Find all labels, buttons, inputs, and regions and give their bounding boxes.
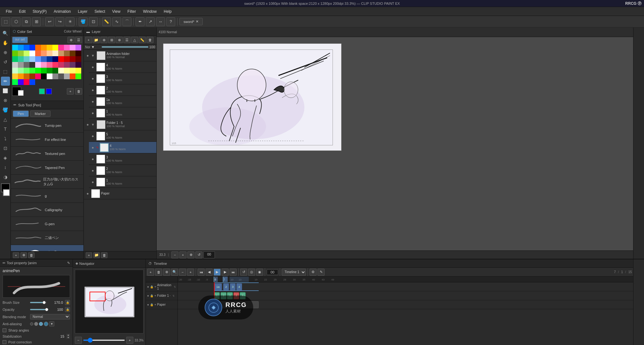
tool-operation[interactable]: ↕ [1, 163, 10, 172]
tp-stabilize-up[interactable]: ▲ [67, 334, 70, 336]
brush-custom-g[interactable]: 圧力が強い大切のカスタムG [11, 175, 83, 189]
tool-crop[interactable]: ⊞ [32, 17, 41, 26]
color-swatch-item[interactable] [58, 56, 64, 62]
color-swatch-item[interactable] [24, 56, 29, 62]
color-swatch-item[interactable] [35, 56, 41, 62]
tool-eraser[interactable]: ⬜ [1, 86, 10, 95]
layer-visibility-toggle[interactable]: ● [90, 134, 95, 139]
layer-expand[interactable]: ▼ [91, 123, 96, 126]
layer-visibility-toggle[interactable]: ● [90, 111, 95, 116]
tp-opacity-handle[interactable] [45, 308, 48, 311]
tool-fill[interactable]: 🪣 [1, 105, 10, 114]
tl-lock-folder1[interactable]: 🔒 [150, 294, 153, 297]
color-swatch-item[interactable] [35, 50, 41, 56]
tp-brushsize-slider[interactable] [30, 302, 47, 303]
color-swatch-item[interactable] [29, 79, 35, 85]
tool-color-mix[interactable]: ◑ [1, 172, 10, 181]
color-swatch-item[interactable] [64, 73, 70, 79]
tl-play-btn[interactable]: ▶ [214, 269, 221, 276]
layer-item[interactable]: ● 3 100 % Norm [89, 73, 156, 84]
color-swatch-item[interactable] [35, 62, 41, 68]
color-swatch-item[interactable] [24, 79, 29, 85]
menu-layer[interactable]: Layer [75, 8, 90, 15]
layer-mask[interactable]: ☰ [123, 37, 130, 43]
tp-sharp-checkbox[interactable] [3, 328, 6, 332]
tl-onionskin2-btn[interactable]: ◉ [256, 269, 263, 276]
color-swatch-item[interactable] [24, 68, 29, 73]
color-swatch-item[interactable] [41, 62, 47, 68]
layer-item-selected[interactable]: ● ✎ 4 100 % Norm [89, 142, 156, 153]
layer-visibility-toggle[interactable]: ● [85, 191, 90, 196]
tool-correction[interactable]: ⤵ [1, 134, 10, 143]
color-swatch-item[interactable] [41, 45, 47, 50]
color-swatch-item[interactable] [58, 73, 64, 79]
tool-select[interactable]: ⬡ [12, 17, 20, 26]
tool-lasso2[interactable]: ⬚ [1, 67, 10, 76]
tl-zoom-btn[interactable]: 🔍 [171, 269, 178, 276]
layer-item-paper[interactable]: ● Paper [84, 188, 156, 199]
zoom-in-btn[interactable]: + [179, 251, 186, 258]
tp-opacity-slider[interactable] [30, 309, 47, 310]
nav-zoom-slider[interactable] [83, 340, 125, 341]
tp-postcorrect-checkbox[interactable] [3, 340, 6, 344]
brush-gpen[interactable]: G-pen [11, 217, 83, 231]
layer-visibility-toggle[interactable]: ● [85, 122, 90, 127]
color-swatch-item[interactable] [12, 50, 18, 56]
color-swatch-item[interactable] [47, 56, 52, 62]
color-swatch-item[interactable] [24, 62, 29, 68]
color-swatch-item[interactable] [29, 50, 35, 56]
tl-forward-btn[interactable]: ⏭ [230, 269, 237, 276]
menu-view[interactable]: View [109, 8, 124, 15]
tl-lock-anim1[interactable]: 🔒 [150, 285, 153, 288]
color-swatch-item[interactable] [52, 56, 58, 62]
brush-animepen[interactable]: animePen [11, 245, 83, 251]
tl-copy-btn[interactable]: ⊕ [163, 269, 170, 276]
color-swatch-item[interactable] [18, 50, 24, 56]
color-swatch-item[interactable] [18, 56, 24, 62]
nav-zoom-in[interactable]: + [126, 337, 133, 344]
tl-vis-folder1[interactable]: ● [147, 294, 149, 297]
layer-folder-btn[interactable]: 📁 [93, 252, 100, 258]
color-swatch-item[interactable] [64, 50, 70, 56]
tl-cell[interactable]: 4 [236, 283, 242, 290]
tl-delete-btn[interactable]: 🗑 [155, 269, 162, 276]
layer-visibility-toggle[interactable]: ● [90, 99, 95, 104]
brush-turnip-pen[interactable]: Turnip pen [11, 119, 83, 133]
layer-ruler[interactable]: 📏 [139, 37, 146, 43]
tl-zoomin-btn[interactable]: + [187, 269, 194, 276]
layer-item[interactable]: ● 1 100 % Norm [89, 107, 156, 119]
sub-tool-add[interactable]: + [13, 252, 19, 258]
layer-visibility-toggle[interactable]: ● [90, 76, 95, 81]
tool-interpolate[interactable]: ✳ [66, 17, 75, 26]
color-swatch-item[interactable] [29, 68, 35, 73]
color-set-tab-ourset[interactable]: our set [12, 37, 28, 43]
tool-eyedropper[interactable]: ⊕ [1, 48, 10, 57]
tl-zoomout-btn[interactable]: − [179, 269, 186, 276]
tp-stabilize-down[interactable]: ▼ [67, 336, 70, 339]
tp-opacity-lock[interactable]: 🔒 [65, 307, 70, 312]
color-swatch-item[interactable] [18, 62, 24, 68]
tool-rotate[interactable]: ↺ [1, 57, 10, 66]
color-swatch-item[interactable] [12, 73, 18, 79]
zoom-out-btn[interactable]: − [171, 251, 178, 258]
layer-delete[interactable]: 🗑 [146, 37, 153, 43]
color-swatch-item[interactable] [29, 45, 35, 50]
tl-next-btn[interactable]: ▶ [222, 269, 229, 276]
color-swatch-item[interactable] [24, 50, 29, 56]
bg-color-swatch[interactable] [3, 189, 10, 196]
tool-transform[interactable]: ⧉ [22, 17, 31, 26]
tool-text[interactable]: T [1, 125, 10, 134]
layer-expand[interactable]: ▼ [91, 54, 96, 57]
layer-copy[interactable]: ⊕ [100, 37, 107, 43]
tool-pen-active[interactable]: ✏ [1, 77, 10, 86]
color-swatch-item[interactable] [18, 68, 24, 73]
tl-vis-anim1[interactable]: ● [147, 285, 149, 288]
tool-lasso[interactable]: ⬚ [1, 17, 10, 26]
color-swatch-item[interactable] [47, 45, 52, 50]
tool-zoom[interactable]: 🔍 [1, 29, 10, 38]
tp-edit-icon[interactable]: ✎ [67, 261, 70, 265]
tl-cell[interactable]: 2 [223, 283, 229, 290]
tool-shape[interactable]: △ [1, 115, 10, 124]
color-swatch-item[interactable] [75, 56, 81, 62]
tl-rewind-btn[interactable]: ⏮ [198, 269, 205, 276]
